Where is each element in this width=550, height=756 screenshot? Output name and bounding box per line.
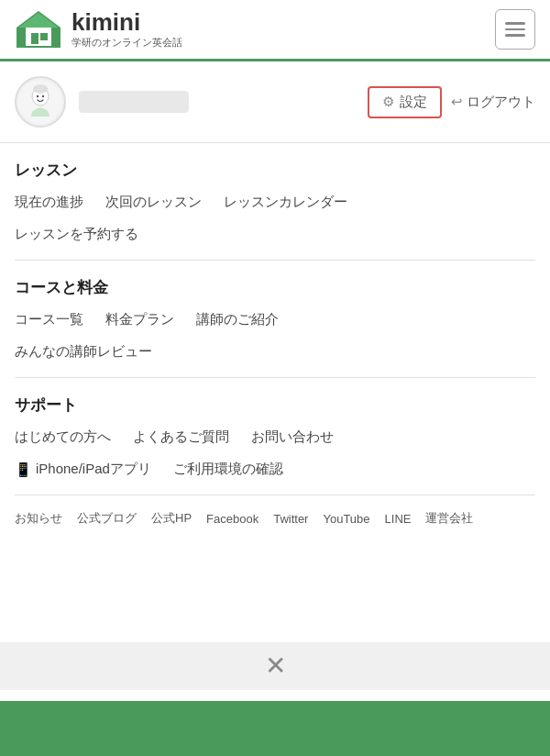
- course-links: コース一覧 料金プラン 講師のご紹介: [15, 307, 535, 338]
- header: kimini 学研のオンライン英会話: [0, 0, 550, 61]
- footer-links: お知らせ 公式ブログ 公式HP Facebook Twitter YouTube…: [0, 495, 550, 538]
- nav-link-pricing[interactable]: 料金プラン: [105, 307, 174, 332]
- section-course-title: コースと料金: [15, 277, 535, 298]
- lesson-links-2: レッスンを予約する: [15, 222, 535, 252]
- close-button[interactable]: ✕: [265, 653, 286, 679]
- section-lesson-title: レッスン: [15, 160, 535, 181]
- nav-link-contact[interactable]: お問い合わせ: [251, 425, 334, 450]
- svg-point-9: [37, 95, 38, 97]
- profile-row: ⚙ 設定 ↩ ログアウト: [0, 61, 550, 143]
- footer-link-youtube[interactable]: YouTube: [323, 512, 369, 526]
- course-links-2: みんなの講師レビュー: [15, 339, 535, 370]
- logout-button[interactable]: ↩ ログアウト: [451, 94, 535, 111]
- menu-line-2: [505, 28, 525, 31]
- nav-link-faq[interactable]: よくあるご質問: [133, 425, 229, 450]
- support-links-2: 📱 iPhone/iPadアプリ ご利用環境の確認: [15, 457, 535, 487]
- nav-link-env-check[interactable]: ご利用環境の確認: [173, 457, 283, 482]
- logo-name: kimini: [72, 9, 182, 36]
- nav-link-app[interactable]: 📱 iPhone/iPadアプリ: [15, 457, 151, 482]
- nav-link-teacher-reviews[interactable]: みんなの講師レビュー: [15, 339, 152, 364]
- footer-link-company[interactable]: 運営会社: [425, 510, 473, 527]
- nav-link-lesson-calendar[interactable]: レッスンカレンダー: [224, 190, 347, 215]
- footer-link-line[interactable]: LINE: [385, 512, 412, 526]
- logo-area: kimini 学研のオンライン英会話: [15, 9, 182, 50]
- logout-icon: ↩: [451, 94, 463, 110]
- svg-point-10: [42, 95, 44, 97]
- logo-subtitle: 学研のオンライン英会話: [72, 36, 182, 50]
- profile-actions: ⚙ 設定 ↩ ログアウト: [368, 86, 535, 118]
- footer-link-news[interactable]: お知らせ: [15, 510, 62, 527]
- nav-link-book-lesson[interactable]: レッスンを予約する: [15, 222, 138, 247]
- footer-link-hp[interactable]: 公式HP: [151, 510, 192, 527]
- footer-link-blog[interactable]: 公式ブログ: [77, 510, 137, 527]
- svg-rect-3: [31, 33, 38, 44]
- lesson-links: 現在の進捗 次回のレッスン レッスンカレンダー: [15, 190, 535, 220]
- support-links: はじめての方へ よくあるご質問 お問い合わせ: [15, 425, 535, 455]
- nav-link-current-progress[interactable]: 現在の進捗: [15, 190, 83, 215]
- settings-label: 設定: [400, 94, 427, 111]
- nav-link-next-lesson[interactable]: 次回のレッスン: [105, 190, 202, 215]
- footer-link-twitter[interactable]: Twitter: [273, 512, 308, 526]
- nav-link-beginners[interactable]: はじめての方へ: [15, 425, 111, 450]
- close-overlay: ✕: [0, 642, 550, 690]
- nav-section-course: コースと料金 コース一覧 料金プラン 講師のご紹介 みんなの講師レビュー: [0, 261, 550, 377]
- logo-icon: [15, 9, 62, 50]
- section-support-title: サポート: [15, 395, 535, 416]
- svg-rect-8: [33, 87, 48, 92]
- menu-line-1: [505, 22, 525, 25]
- logo-text-area: kimini 学研のオンライン英会話: [72, 9, 182, 50]
- nav-link-course-list[interactable]: コース一覧: [15, 307, 83, 332]
- logout-label: ログアウト: [467, 94, 535, 111]
- nav-section-lesson: レッスン 現在の進捗 次回のレッスン レッスンカレンダー レッスンを予約する: [0, 143, 550, 260]
- footer-link-facebook[interactable]: Facebook: [206, 512, 258, 526]
- gear-icon: ⚙: [382, 94, 394, 110]
- svg-rect-4: [40, 33, 48, 40]
- settings-button[interactable]: ⚙ 設定: [368, 86, 442, 118]
- phone-icon: 📱: [15, 461, 32, 478]
- menu-line-3: [505, 34, 525, 37]
- footer-row: お知らせ 公式ブログ 公式HP Facebook Twitter YouTube…: [15, 510, 535, 532]
- menu-button[interactable]: [495, 9, 535, 50]
- nav-link-teachers[interactable]: 講師のご紹介: [196, 307, 279, 332]
- avatar: [15, 76, 66, 128]
- svg-marker-2: [18, 13, 59, 28]
- username-area: [79, 91, 189, 113]
- nav-section-support: サポート はじめての方へ よくあるご質問 お問い合わせ 📱 iPhone/iPa…: [0, 378, 550, 495]
- bottom-bar: [0, 701, 550, 756]
